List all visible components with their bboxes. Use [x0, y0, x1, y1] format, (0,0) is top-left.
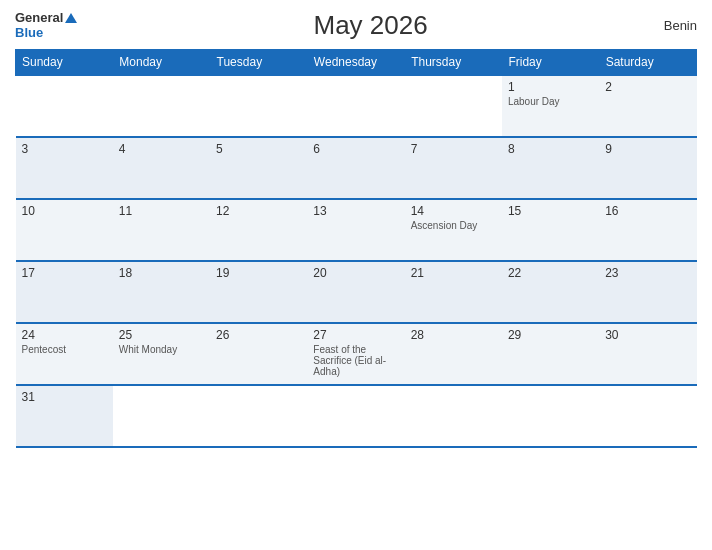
day-number: 20 [313, 266, 398, 280]
day-number: 31 [22, 390, 107, 404]
day-cell: 15 [502, 199, 599, 261]
header: General Blue May 2026 Benin [15, 10, 697, 41]
day-event: Whit Monday [119, 344, 204, 355]
day-number: 9 [605, 142, 690, 156]
calendar-table: Sunday Monday Tuesday Wednesday Thursday… [15, 49, 697, 448]
day-number: 1 [508, 80, 593, 94]
day-cell: 30 [599, 323, 696, 385]
day-cell [210, 385, 307, 447]
day-cell: 20 [307, 261, 404, 323]
day-number: 7 [411, 142, 496, 156]
day-number: 29 [508, 328, 593, 342]
day-event: Feast of the Sacrifice (Eid al-Adha) [313, 344, 398, 377]
day-number: 13 [313, 204, 398, 218]
day-cell: 10 [16, 199, 113, 261]
day-number: 26 [216, 328, 301, 342]
day-cell: 24Pentecost [16, 323, 113, 385]
calendar-title: May 2026 [313, 10, 427, 41]
logo: General Blue [15, 11, 77, 40]
day-cell: 19 [210, 261, 307, 323]
week-row-1: 1Labour Day2 [16, 75, 697, 137]
day-cell: 29 [502, 323, 599, 385]
day-event: Ascension Day [411, 220, 496, 231]
day-number: 4 [119, 142, 204, 156]
day-cell: 7 [405, 137, 502, 199]
day-number: 23 [605, 266, 690, 280]
day-cell: 14Ascension Day [405, 199, 502, 261]
day-cell: 18 [113, 261, 210, 323]
header-tuesday: Tuesday [210, 50, 307, 76]
header-sunday: Sunday [16, 50, 113, 76]
day-cell: 31 [16, 385, 113, 447]
day-number: 15 [508, 204, 593, 218]
day-cell [405, 75, 502, 137]
day-number: 2 [605, 80, 690, 94]
day-cell: 25Whit Monday [113, 323, 210, 385]
day-cell: 22 [502, 261, 599, 323]
day-number: 10 [22, 204, 107, 218]
day-cell: 12 [210, 199, 307, 261]
day-cell: 21 [405, 261, 502, 323]
day-number: 17 [22, 266, 107, 280]
day-number: 21 [411, 266, 496, 280]
day-number: 18 [119, 266, 204, 280]
day-number: 30 [605, 328, 690, 342]
day-event: Pentecost [22, 344, 107, 355]
day-number: 16 [605, 204, 690, 218]
day-cell [113, 385, 210, 447]
day-cell: 8 [502, 137, 599, 199]
day-cell: 26 [210, 323, 307, 385]
day-number: 8 [508, 142, 593, 156]
day-cell [113, 75, 210, 137]
day-number: 22 [508, 266, 593, 280]
day-cell: 11 [113, 199, 210, 261]
day-cell: 17 [16, 261, 113, 323]
day-number: 25 [119, 328, 204, 342]
day-cell: 16 [599, 199, 696, 261]
day-number: 5 [216, 142, 301, 156]
day-cell [307, 385, 404, 447]
day-number: 27 [313, 328, 398, 342]
day-cell: 1Labour Day [502, 75, 599, 137]
header-friday: Friday [502, 50, 599, 76]
day-cell: 4 [113, 137, 210, 199]
day-cell: 28 [405, 323, 502, 385]
weekday-header-row: Sunday Monday Tuesday Wednesday Thursday… [16, 50, 697, 76]
day-number: 19 [216, 266, 301, 280]
logo-blue-text: Blue [15, 26, 77, 40]
day-cell: 27Feast of the Sacrifice (Eid al-Adha) [307, 323, 404, 385]
logo-general-text: General [15, 11, 63, 25]
day-number: 24 [22, 328, 107, 342]
day-cell: 13 [307, 199, 404, 261]
day-cell [210, 75, 307, 137]
week-row-3: 1011121314Ascension Day1516 [16, 199, 697, 261]
day-cell [307, 75, 404, 137]
day-cell: 3 [16, 137, 113, 199]
day-cell: 23 [599, 261, 696, 323]
header-saturday: Saturday [599, 50, 696, 76]
day-number: 12 [216, 204, 301, 218]
header-thursday: Thursday [405, 50, 502, 76]
day-number: 3 [22, 142, 107, 156]
logo-triangle-icon [65, 13, 77, 23]
country-label: Benin [664, 18, 697, 33]
day-cell: 5 [210, 137, 307, 199]
day-number: 11 [119, 204, 204, 218]
day-cell [405, 385, 502, 447]
day-cell: 6 [307, 137, 404, 199]
day-cell [16, 75, 113, 137]
day-cell [599, 385, 696, 447]
day-number: 6 [313, 142, 398, 156]
header-monday: Monday [113, 50, 210, 76]
day-event: Labour Day [508, 96, 593, 107]
day-cell: 9 [599, 137, 696, 199]
day-cell [502, 385, 599, 447]
week-row-6: 31 [16, 385, 697, 447]
day-number: 28 [411, 328, 496, 342]
day-number: 14 [411, 204, 496, 218]
week-row-5: 24Pentecost25Whit Monday2627Feast of the… [16, 323, 697, 385]
day-cell: 2 [599, 75, 696, 137]
header-wednesday: Wednesday [307, 50, 404, 76]
week-row-2: 3456789 [16, 137, 697, 199]
calendar-page: General Blue May 2026 Benin Sunday Monda… [0, 0, 712, 550]
